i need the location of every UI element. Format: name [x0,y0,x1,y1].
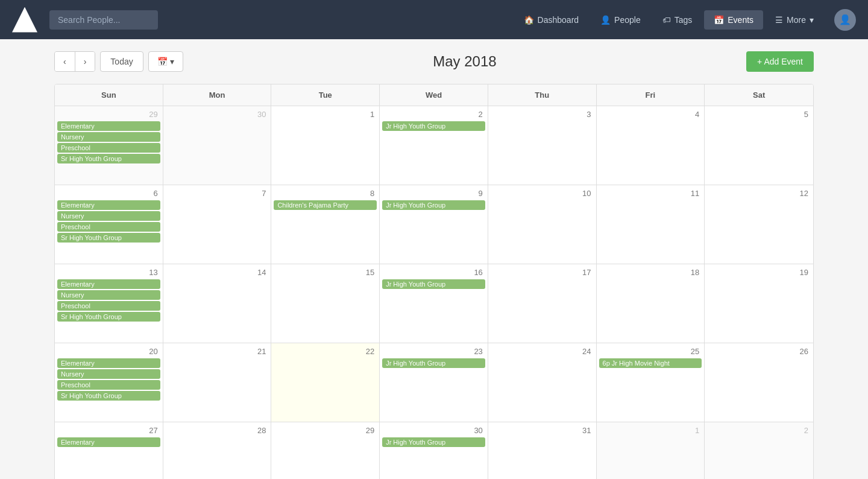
day-number: 14 [166,267,269,279]
calendar-day-cell[interactable]: 19 [705,264,813,343]
prev-month-button[interactable]: ‹ [55,52,75,71]
calendar-day-cell[interactable]: 1 [271,106,380,185]
day-number: 3 [491,109,594,121]
calendar-day-cell[interactable]: 16Jr High Youth Group [380,264,488,343]
more-nav-link[interactable]: ☰ More ▾ [766,10,823,30]
calendar-event[interactable]: Elementary [57,200,160,210]
day-number: 29 [57,109,160,121]
next-month-button[interactable]: › [75,52,95,71]
user-avatar[interactable]: 👤 [834,9,856,31]
calendar-day-cell[interactable]: 11 [597,185,705,264]
calendar-event[interactable]: Nursery [57,132,160,142]
day-number: 4 [599,109,702,121]
calendar-event[interactable]: Nursery [57,369,160,379]
calendar-event[interactable]: Elementary [57,121,160,131]
day-number: 19 [707,267,811,279]
calendar-event[interactable]: Jr High Youth Group [382,121,485,131]
day-number: 30 [382,425,485,437]
calendar-day-cell[interactable]: 29ElementaryNurseryPreschoolSr High Yout… [55,106,163,185]
calendar-day-cell[interactable]: 15 [271,264,380,343]
calendar-day-header: Fri [597,84,705,106]
calendar-day-cell[interactable]: 5 [705,106,813,185]
calendar-day-cell[interactable]: 21 [163,343,272,422]
calendar-day-cell[interactable]: 9Jr High Youth Group [380,185,488,264]
calendar-day-cell[interactable]: 17 [488,264,597,343]
calendar-day-header: Wed [380,84,488,106]
day-number: 18 [599,267,702,279]
calendar-event[interactable]: Preschool [57,380,160,390]
calendar-event[interactable]: Preschool [57,301,160,311]
calendar-event[interactable]: Nursery [57,290,160,300]
calendar-week-row: 27Elementary282930Jr High Youth Group311… [55,422,813,479]
app-logo[interactable] [12,7,37,33]
events-nav-link[interactable]: 📅 Events [704,10,763,30]
day-number: 2 [707,425,811,437]
add-event-button[interactable]: + Add Event [746,51,814,72]
calendar-event[interactable]: Preschool [57,143,160,153]
calendar-event[interactable]: Jr High Youth Group [382,437,485,447]
day-number: 26 [707,346,811,358]
calendar-day-cell[interactable]: 23Jr High Youth Group [380,343,488,422]
calendar-week-row: 20ElementaryNurseryPreschoolSr High Yout… [55,343,813,422]
nav-links: 🏠 Dashboard 👤 People 🏷 Tags 📅 Events ☰ M… [514,10,823,30]
cal-nav-buttons: ‹ › [54,51,95,72]
calendar-day-cell[interactable]: 18 [597,264,705,343]
calendar-day-header: Mon [163,84,272,106]
calendar-day-cell[interactable]: 14 [163,264,272,343]
dashboard-nav-link[interactable]: 🏠 Dashboard [514,10,589,30]
day-number: 16 [382,267,485,279]
day-number: 22 [274,346,377,358]
calendar-day-cell[interactable]: 7 [163,185,272,264]
calendar-day-cell[interactable]: 27Elementary [55,422,163,479]
calendar-event[interactable]: 6p Jr High Movie Night [599,358,702,368]
calendar-day-cell[interactable]: 31 [488,422,597,479]
calendar-day-cell[interactable]: 13ElementaryNurseryPreschoolSr High Yout… [55,264,163,343]
calendar-day-cell[interactable]: 256p Jr High Movie Night [597,343,705,422]
calendar-event[interactable]: Elementary [57,279,160,289]
calendar-day-cell[interactable]: 22 [271,343,380,422]
calendar-grid: SunMonTueWedThuFriSat 29ElementaryNurser… [54,84,814,479]
calendar-event[interactable]: Elementary [57,437,160,447]
calendar-day-cell[interactable]: 3 [488,106,597,185]
calendar-day-cell[interactable]: 30 [163,106,272,185]
calendar-day-cell[interactable]: 30Jr High Youth Group [380,422,488,479]
day-number: 2 [382,109,485,121]
people-nav-link[interactable]: 👤 People [591,10,650,30]
calendar-icon: 📅 [157,57,168,66]
calendar-day-cell[interactable]: 2 [705,422,813,479]
calendar-day-cell[interactable]: 6ElementaryNurseryPreschoolSr High Youth… [55,185,163,264]
calendar-event[interactable]: Sr High Youth Group [57,233,160,243]
day-number: 31 [491,425,594,437]
calendar-day-cell[interactable]: 4 [597,106,705,185]
calendar-day-cell[interactable]: 24 [488,343,597,422]
calendar-event[interactable]: Elementary [57,358,160,368]
calendar-event[interactable]: Nursery [57,211,160,221]
calendar-day-cell[interactable]: 10 [488,185,597,264]
day-number: 1 [274,109,377,121]
calendar-day-cell[interactable]: 2Jr High Youth Group [380,106,488,185]
calendar-event[interactable]: Jr High Youth Group [382,279,485,289]
calendar-day-cell[interactable]: 8Children's Pajama Party [271,185,380,264]
calendar-day-cell[interactable]: 1 [597,422,705,479]
calendar-week-row: 6ElementaryNurseryPreschoolSr High Youth… [55,185,813,264]
calendar-day-cell[interactable]: 29 [271,422,380,479]
view-selector-button[interactable]: 📅 ▾ [148,51,183,72]
day-number: 8 [274,188,377,200]
calendar-event[interactable]: Sr High Youth Group [57,154,160,163]
calendar-event[interactable]: Preschool [57,222,160,232]
calendar-event[interactable]: Sr High Youth Group [57,312,160,322]
calendar-event[interactable]: Children's Pajama Party [274,200,377,210]
calendar-body: 29ElementaryNurseryPreschoolSr High Yout… [55,106,813,479]
calendar-day-cell[interactable]: 26 [705,343,813,422]
calendar-day-cell[interactable]: 12 [705,185,813,264]
calendar-event[interactable]: Jr High Youth Group [382,200,485,210]
today-button[interactable]: Today [100,51,143,72]
calendar-day-cell[interactable]: 20ElementaryNurseryPreschoolSr High Yout… [55,343,163,422]
calendar-week-row: 13ElementaryNurseryPreschoolSr High Yout… [55,264,813,343]
calendar-event[interactable]: Jr High Youth Group [382,358,485,368]
calendar-day-cell[interactable]: 28 [163,422,272,479]
tags-nav-link[interactable]: 🏷 Tags [653,10,702,30]
more-icon: ☰ [775,15,783,25]
search-input[interactable] [49,10,158,30]
calendar-event[interactable]: Sr High Youth Group [57,391,160,401]
